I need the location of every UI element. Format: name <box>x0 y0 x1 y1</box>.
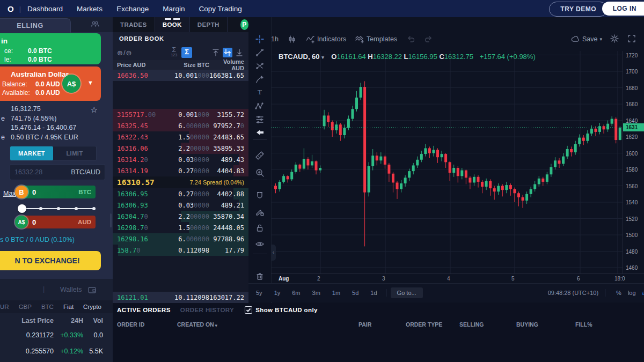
promo-icon[interactable]: P <box>240 19 248 30</box>
orders-col-pair[interactable]: PAIR <box>358 321 371 328</box>
buy-asset-card[interactable]: Australian Dollar Balance:0.0 AUD Availa… <box>0 67 101 101</box>
save-button[interactable]: Save▾ <box>570 34 602 44</box>
try-demo-button[interactable]: TRY DEMO <box>549 2 608 17</box>
market-row[interactable]: 0.255570+0.12%5.5K <box>0 343 107 359</box>
market-row[interactable]: 0.231172+0.33%0.0 <box>0 327 107 343</box>
nav-link-dashboard[interactable]: Dashboard <box>27 5 63 13</box>
orders-col-fill-[interactable]: FILL% <box>575 321 592 328</box>
log-in-button[interactable]: LOG IN <box>602 2 644 16</box>
time-axis[interactable]: Aug2345618:0 <box>271 274 644 284</box>
sum-icon[interactable]: Σ <box>181 47 192 58</box>
orders-col-created-on[interactable]: CREATED ON ▼ <box>177 321 214 328</box>
limit-tab[interactable]: LIMIT <box>53 146 96 160</box>
range-1d[interactable]: 1d <box>368 288 379 298</box>
eye-icon[interactable] <box>253 238 266 250</box>
show-pair-only-checkbox[interactable]: Show BTCAUD only <box>245 306 318 314</box>
currency-tab-gbp[interactable]: GBP <box>19 304 32 310</box>
magnet-icon[interactable] <box>253 189 266 202</box>
interval-button[interactable]: 1h <box>271 35 279 43</box>
ask-row[interactable]: 16316.062.20000035895.33 <box>113 143 248 154</box>
zoom-in-icon[interactable] <box>253 166 266 179</box>
chart-legend[interactable]: BTCAUD, 60 ▾ O16161.64 H16328.22 L16156.… <box>279 53 536 61</box>
scale-auto[interactable]: auto <box>642 290 644 296</box>
group-plus-minus-icon[interactable]: ⊕/⊖ <box>117 49 132 57</box>
currency-tab-fiat[interactable]: Fiat <box>63 304 74 310</box>
orders-col-order-type[interactable]: ORDER TYPE <box>406 321 442 328</box>
slider-handle[interactable] <box>18 204 26 213</box>
tab-book[interactable]: BOOK <box>155 17 190 32</box>
wallet-icon[interactable] <box>87 285 97 297</box>
nav-link-margin[interactable]: Margin <box>163 5 185 13</box>
trend-line-icon[interactable] <box>253 46 266 59</box>
indicators-button[interactable]: Indicators <box>305 34 346 44</box>
trash-icon[interactable] <box>253 270 266 283</box>
range-5y[interactable]: 5y <box>254 288 265 298</box>
sell-asset-card[interactable]: in ce:0.0 BTC le:0.0 BTC <box>0 33 101 64</box>
orders-col-buying[interactable]: BUYING <box>516 321 538 328</box>
tab-depth[interactable]: DEPTH <box>190 17 228 32</box>
brush-icon[interactable] <box>253 73 266 86</box>
lock-icon[interactable] <box>253 221 266 234</box>
amount-slider[interactable] <box>21 206 96 211</box>
range-6m[interactable]: 6m <box>290 288 302 298</box>
ask-row[interactable]: 3155717.000.0010003155.72 <box>113 109 248 120</box>
sum-123-icon[interactable]: Σ123 <box>171 48 177 57</box>
gann-icon[interactable] <box>253 60 266 72</box>
tab-trades[interactable]: TRADES <box>113 17 155 32</box>
bid-row[interactable]: 16306.930.030000489.21 <box>113 200 248 211</box>
nav-link-copy-trading[interactable]: Copy Trading <box>199 5 241 13</box>
bid-row[interactable]: 16298.166.00000097788.96 <box>113 233 248 245</box>
range-1m[interactable]: 1m <box>330 288 342 298</box>
bid-row[interactable]: 16306.950.2700004402.88 <box>113 188 248 200</box>
col-last-price[interactable]: Last Price <box>0 317 54 324</box>
chevron-down-icon[interactable]: ▼ <box>87 79 93 86</box>
order-book-bottom-row[interactable]: 16121.0110.112098163017.22 <box>113 292 248 303</box>
market-tab[interactable]: MARKET <box>10 146 53 160</box>
sidebar-scrollbar[interactable] <box>110 213 112 227</box>
currency-tab-crypto[interactable]: Crypto <box>83 304 101 310</box>
undo-icon[interactable] <box>406 34 415 44</box>
col-vol[interactable]: Vol <box>83 317 107 324</box>
price-axis[interactable]: 1720170016801660164016201600158015601540… <box>623 51 644 274</box>
login-to-exchange-button[interactable]: N TO EXCHANGE! <box>0 251 101 270</box>
chart-type-icon[interactable] <box>287 34 297 44</box>
bid-row[interactable]: 158.700.11209817.79 <box>113 245 248 256</box>
tab-order-history[interactable]: ORDER HISTORY <box>180 307 234 313</box>
nav-link-exchange[interactable]: Exchange <box>116 5 149 13</box>
ruler-icon[interactable] <box>253 149 266 162</box>
settings-gear-icon[interactable] <box>610 34 619 45</box>
goto-button[interactable]: Go to... <box>391 287 423 298</box>
sort-asc-icon[interactable] <box>211 48 221 57</box>
fullscreen-icon[interactable] <box>627 34 636 45</box>
toolbar-collapse-handle[interactable]: ‹ <box>271 245 276 261</box>
orders-col-selling[interactable]: SELLING <box>459 321 484 328</box>
chart-clock[interactable]: 09:48:28 (UTC+10) <box>548 290 598 296</box>
wallets-link[interactable]: Wallets <box>60 286 82 293</box>
range-5d[interactable]: 5d <box>350 288 361 298</box>
tab-active-orders[interactable]: ACTIVE ORDERS <box>117 307 171 313</box>
col-24h[interactable]: 24H <box>54 317 83 324</box>
ask-row[interactable]: 16325.456.00000097952.70 <box>113 120 248 131</box>
forecast-icon[interactable] <box>253 113 266 126</box>
sort-desc-icon[interactable] <box>235 48 244 57</box>
users-icon[interactable] <box>90 19 100 31</box>
aud-amount-input[interactable]: A$ 0 AUD <box>20 216 96 228</box>
ask-row[interactable]: 16322.431.50000024483.65 <box>113 131 248 143</box>
scale-log[interactable]: log <box>628 290 636 296</box>
ask-row[interactable]: 16314.190.2700004404.83 <box>113 165 248 176</box>
btc-amount-input[interactable]: B 0 BTC <box>20 186 96 198</box>
range-3m[interactable]: 3m <box>310 288 323 298</box>
text-icon[interactable]: T <box>253 85 266 98</box>
arrow-left-icon[interactable] <box>253 126 266 139</box>
edit-lock-icon[interactable] <box>253 205 266 218</box>
nav-link-markets[interactable]: Markets <box>77 5 103 13</box>
price-input[interactable]: 16332.28 BTC/AUD <box>10 164 105 180</box>
scale-%[interactable]: % <box>616 290 621 296</box>
favorite-star-icon[interactable]: ☆ <box>91 105 98 115</box>
currency-tab-btc[interactable]: BTC <box>41 304 54 310</box>
checkbox-icon[interactable] <box>245 306 252 314</box>
bid-row[interactable]: 16304.702.20000035870.34 <box>113 211 248 222</box>
max-link[interactable]: Max <box>3 190 16 197</box>
bid-row[interactable]: 16298.701.50000024448.05 <box>113 222 248 233</box>
orders-col-order-id[interactable]: ORDER ID <box>117 321 144 328</box>
